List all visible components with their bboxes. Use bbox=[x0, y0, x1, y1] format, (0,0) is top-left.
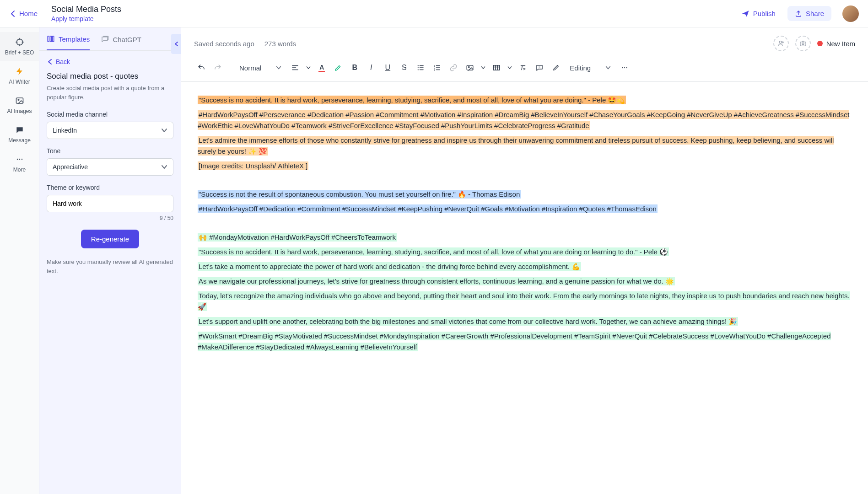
pencil-icon bbox=[552, 64, 560, 71]
content-p3: Let's admire the immense efforts of thos… bbox=[198, 136, 834, 156]
back-link[interactable]: Back bbox=[47, 58, 173, 65]
align-dropdown[interactable] bbox=[304, 60, 313, 75]
panel-collapse-button[interactable] bbox=[171, 34, 181, 54]
bullets-button[interactable] bbox=[413, 60, 428, 75]
status-dot-icon bbox=[817, 41, 823, 46]
strikethrough-button[interactable]: S bbox=[397, 60, 411, 75]
table-button[interactable] bbox=[489, 60, 504, 75]
link-icon bbox=[449, 64, 458, 72]
theme-input[interactable] bbox=[47, 195, 173, 212]
user-plus-icon bbox=[777, 40, 785, 47]
rail-more[interactable]: More bbox=[0, 149, 39, 178]
highlight-icon bbox=[334, 64, 342, 72]
rail-message[interactable]: Message bbox=[0, 120, 39, 149]
chevron-down-icon bbox=[605, 65, 611, 70]
svg-text:3: 3 bbox=[434, 69, 436, 71]
undo-button[interactable] bbox=[194, 60, 209, 75]
bold-button[interactable]: B bbox=[347, 60, 362, 75]
rail-label: AI Images bbox=[7, 108, 32, 114]
content-p11: Today, let's recognize the amazing indiv… bbox=[198, 291, 850, 311]
text-color-button[interactable]: A bbox=[314, 60, 329, 75]
upload-icon bbox=[795, 10, 802, 17]
dots-icon bbox=[15, 155, 24, 164]
channel-label: Social media channel bbox=[47, 111, 173, 118]
chevron-down-icon bbox=[276, 65, 281, 70]
channel-value: LinkedIn bbox=[53, 127, 77, 134]
editing-mode-select[interactable]: Editing bbox=[565, 61, 615, 75]
camera-button[interactable] bbox=[795, 36, 811, 51]
apply-template-link[interactable]: Apply template bbox=[51, 15, 736, 22]
chevron-left-icon bbox=[47, 59, 53, 65]
content-p1: "Success is no accident. It is hard work… bbox=[198, 96, 626, 104]
style-select[interactable]: Normal bbox=[235, 61, 286, 75]
svg-point-34 bbox=[469, 66, 469, 67]
image-button[interactable] bbox=[463, 60, 477, 75]
svg-rect-10 bbox=[48, 36, 49, 42]
chevron-down-icon bbox=[507, 65, 512, 70]
content-p4c: ] bbox=[305, 161, 308, 170]
chevron-down-icon bbox=[306, 65, 311, 70]
tab-templates[interactable]: Templates bbox=[47, 35, 90, 50]
message-icon bbox=[15, 125, 24, 134]
underline-button[interactable]: U bbox=[380, 60, 395, 75]
editor-area: Saved seconds ago 273 words New Item bbox=[181, 27, 868, 494]
home-link[interactable]: Home bbox=[9, 10, 38, 17]
saved-status: Saved seconds ago bbox=[194, 40, 254, 48]
table-dropdown[interactable] bbox=[506, 60, 514, 75]
italic-button[interactable]: I bbox=[364, 60, 378, 75]
content-p4a: [Image credits: Unsplash/ bbox=[198, 161, 277, 170]
content-p7: 🙌 #MondayMotivation #HardWorkPaysOff #Ch… bbox=[198, 233, 397, 242]
content-p5: "Success is not the result of spontaneou… bbox=[198, 190, 521, 199]
svg-point-9 bbox=[21, 159, 22, 160]
svg-point-42 bbox=[626, 67, 627, 68]
top-actions: Publish Share bbox=[736, 5, 859, 22]
add-collaborator-button[interactable] bbox=[773, 36, 789, 51]
redo-button[interactable] bbox=[210, 60, 225, 75]
regenerate-button[interactable]: Re-generate bbox=[81, 230, 139, 248]
svg-point-17 bbox=[802, 43, 804, 45]
svg-rect-35 bbox=[494, 65, 500, 70]
char-count: 9 / 50 bbox=[47, 215, 173, 221]
content-p6: #HardWorkPaysOff #Dedication #Commitment… bbox=[198, 204, 658, 213]
svg-point-6 bbox=[18, 99, 19, 101]
rail-brief-seo[interactable]: Brief + SEO bbox=[0, 32, 39, 61]
table-icon bbox=[492, 64, 501, 72]
image-icon bbox=[466, 64, 474, 72]
publish-button[interactable]: Publish bbox=[736, 6, 781, 21]
avatar[interactable] bbox=[842, 5, 859, 22]
comment-button[interactable] bbox=[532, 60, 547, 75]
back-label: Back bbox=[56, 58, 70, 65]
new-item-status[interactable]: New Item bbox=[817, 40, 855, 48]
dots-icon bbox=[620, 64, 629, 72]
link-button[interactable] bbox=[446, 60, 461, 75]
numbers-button[interactable]: 123 bbox=[430, 60, 444, 75]
italic-icon: I bbox=[370, 64, 372, 72]
edit-button[interactable] bbox=[549, 60, 563, 75]
share-button[interactable]: Share bbox=[787, 6, 831, 21]
tab-chatgpt[interactable]: ChatGPT bbox=[101, 35, 141, 50]
chevron-down-icon bbox=[161, 164, 167, 170]
editor-content[interactable]: "Success is no accident. It is hard work… bbox=[181, 82, 868, 494]
highlight-button[interactable] bbox=[331, 60, 345, 75]
align-button[interactable] bbox=[288, 60, 302, 75]
channel-select[interactable]: LinkedIn bbox=[47, 122, 173, 139]
tone-select[interactable]: Appreciative bbox=[47, 158, 173, 176]
panel-heading: Social media post - quotes bbox=[47, 72, 173, 81]
target-icon bbox=[15, 38, 24, 47]
theme-label: Theme or keyword bbox=[47, 184, 173, 191]
rail-label: Message bbox=[8, 137, 31, 144]
rail-ai-writer[interactable]: AI Writer bbox=[0, 61, 39, 91]
content-p10: As we navigate our professional journeys… bbox=[198, 277, 675, 285]
tab-label: ChatGPT bbox=[113, 36, 141, 43]
panel-tabs: Templates ChatGPT bbox=[39, 27, 181, 51]
templates-icon bbox=[47, 35, 55, 43]
share-label: Share bbox=[806, 10, 824, 17]
rail-ai-images[interactable]: AI Images bbox=[0, 91, 39, 120]
tone-value: Appreciative bbox=[53, 163, 88, 171]
image-dropdown[interactable] bbox=[479, 60, 487, 75]
clear-format-button[interactable] bbox=[516, 60, 530, 75]
editing-label: Editing bbox=[570, 64, 591, 72]
chat-icon bbox=[101, 35, 109, 43]
more-options-button[interactable] bbox=[617, 60, 632, 75]
image-icon bbox=[15, 96, 24, 105]
